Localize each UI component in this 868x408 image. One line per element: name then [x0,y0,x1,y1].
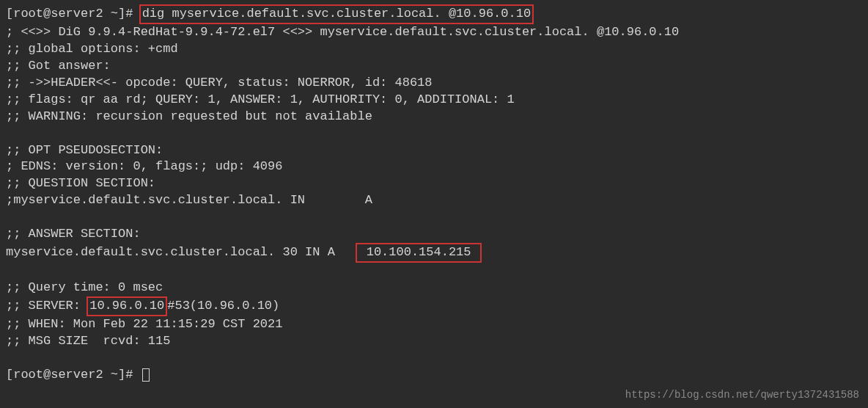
server-ip-highlight: 10.96.0.10 [87,296,167,316]
server-line: ;; SERVER: 10.96.0.10#53(10.96.0.10) [6,296,862,316]
cursor-icon [142,368,150,382]
blank-line [6,209,862,226]
answer-header-line: ;; ANSWER SECTION: [6,226,862,243]
flags-line: ;; flags: qr aa rd; QUERY: 1, ANSWER: 1,… [6,92,862,109]
terminal-output: [root@server2 ~]# dig myservice.default.… [4,3,864,385]
got-answer-line: ;; Got answer: [6,58,862,75]
answer-ip-highlight: 10.100.154.215 [356,243,481,263]
prompt-line-1[interactable]: [root@server2 ~]# dig myservice.default.… [6,4,862,24]
command-highlight: dig myservice.default.svc.cluster.local.… [139,4,534,24]
header-line: ;; ->>HEADER<<- opcode: QUERY, status: N… [6,75,862,92]
when-line: ;; WHEN: Mon Feb 22 11:15:29 CST 2021 [6,316,862,333]
blank-line [6,125,862,142]
question-record-line: ;myservice.default.svc.cluster.local. IN… [6,192,862,209]
prompt-prefix: [root@server2 ~]# [6,7,141,21]
global-options-line: ;; global options: +cmd [6,41,862,58]
blank-line [6,350,862,367]
server-prefix: ;; SERVER: [6,299,88,313]
dig-version-line: ; <<>> DiG 9.9.4-RedHat-9.9.4-72.el7 <<>… [6,24,862,41]
opt-section-line: ;; OPT PSEUDOSECTION: [6,142,862,159]
answer-prefix: myservice.default.svc.cluster.local. 30 … [6,245,357,259]
server-suffix: #53(10.96.0.10) [167,299,279,313]
query-time-line: ;; Query time: 0 msec [6,280,862,296]
prompt-prefix: [root@server2 ~]# [6,368,141,382]
watermark-text: https://blog.csdn.net/qwerty1372431588 [625,388,859,402]
edns-line: ; EDNS: version: 0, flags:; udp: 4096 [6,159,862,175]
question-header-line: ;; QUESTION SECTION: [6,175,862,192]
warning-line: ;; WARNING: recursion requested but not … [6,109,862,125]
prompt-line-2[interactable]: [root@server2 ~]# [6,367,862,384]
answer-record-line: myservice.default.svc.cluster.local. 30 … [6,243,862,263]
msg-size-line: ;; MSG SIZE rcvd: 115 [6,333,862,350]
blank-line [6,263,862,280]
